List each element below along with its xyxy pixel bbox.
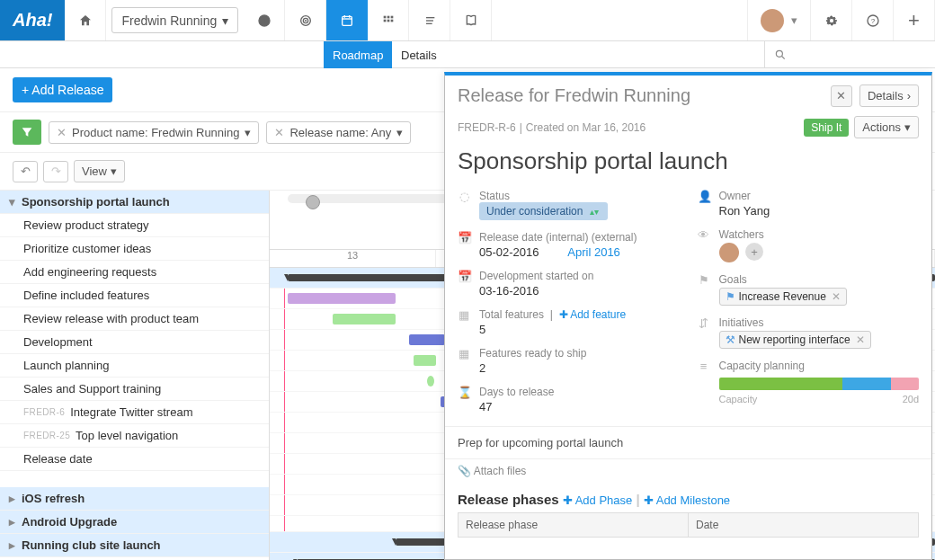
owner-value[interactable]: Ron Yang	[719, 202, 770, 218]
total-features-label: Total features	[479, 308, 544, 321]
remove-tag-icon[interactable]: ✕	[856, 333, 865, 346]
filter-product[interactable]: ✕ Product name: Fredwin Running ▾	[49, 121, 259, 144]
day-label: 13	[270, 250, 436, 267]
add-phase-link[interactable]: ✚ Add Phase	[563, 493, 633, 507]
remove-filter-icon[interactable]: ✕	[274, 126, 284, 139]
watcher-avatar[interactable]	[719, 243, 739, 262]
undo-button[interactable]: ↶	[13, 161, 38, 182]
paperclip-icon: 📎	[458, 465, 471, 477]
flag-icon: ⚑	[726, 290, 735, 303]
goal-tag[interactable]: ⚑ Increase Revenue ✕	[719, 288, 847, 306]
release-id: FREDR-R-6	[458, 121, 516, 134]
release-header[interactable]: ▸Android Upgrade	[0, 511, 269, 534]
tab-details[interactable]: Details	[392, 41, 446, 68]
global-search[interactable]	[764, 41, 935, 67]
chevron-icon: ▸	[9, 492, 22, 505]
gantt-bar[interactable]	[333, 314, 396, 324]
remove-tag-icon[interactable]: ✕	[832, 290, 841, 303]
item-label: Integrate Twitter stream	[70, 405, 192, 419]
grid-icon[interactable]	[368, 0, 409, 40]
add-feature-link[interactable]: ✚ Add feature	[559, 308, 627, 321]
capacity-bar	[719, 378, 920, 390]
gantt-milestone[interactable]	[427, 376, 434, 387]
home-icon[interactable]	[65, 0, 106, 40]
zoom-slider-thumb[interactable]	[306, 195, 320, 209]
capacity-label: Capacity planning	[719, 360, 920, 372]
remove-filter-icon[interactable]: ✕	[57, 126, 67, 139]
product-selector[interactable]: Fredwin Running ▾	[111, 7, 238, 33]
ship-it-button[interactable]: Ship It	[804, 119, 849, 137]
gantt-bar[interactable]	[414, 355, 436, 366]
tab-roadmap[interactable]: Roadmap	[324, 41, 392, 68]
add-watcher-button[interactable]: +	[745, 243, 763, 261]
view-dropdown[interactable]: View ▾	[74, 160, 125, 182]
release-item[interactable]: Launch planning	[0, 354, 269, 378]
phase-col-header: Release phase	[459, 513, 689, 537]
release-date-internal[interactable]: 05-02-2016	[479, 245, 539, 259]
attach-files-link[interactable]: 📎 Attach files	[445, 458, 931, 483]
release-item[interactable]: Sales and Support training	[0, 378, 269, 401]
panel-details-button[interactable]: Details ›	[859, 84, 919, 107]
plus-icon[interactable]: +	[894, 0, 935, 40]
total-features-value[interactable]: 5	[479, 321, 626, 336]
status-dropdown[interactable]: Under consideration ▴▾	[479, 202, 608, 220]
gantt-bar[interactable]	[288, 293, 396, 304]
features-ready-value: 2	[479, 360, 586, 375]
release-date-external[interactable]: April 2016	[567, 245, 620, 259]
close-panel-button[interactable]: ✕	[831, 85, 852, 107]
release-title[interactable]: Sponsorship portal launch	[445, 142, 931, 184]
release-header[interactable]: ▸Running club site launch	[0, 534, 269, 557]
chevron-right-icon: ›	[907, 89, 911, 102]
release-tree: ▾Sponsorship portal launchReview product…	[0, 191, 270, 560]
release-item[interactable]: Development	[0, 331, 269, 354]
item-label: Development	[23, 335, 93, 349]
list-icon[interactable]	[409, 0, 450, 40]
svg-rect-12	[383, 19, 386, 22]
filter-icon[interactable]	[13, 120, 41, 145]
info-icon[interactable]: i	[244, 0, 285, 40]
svg-rect-5	[343, 16, 352, 25]
date-col-header: Date	[689, 513, 918, 537]
item-label: Release date	[23, 452, 93, 466]
sitemap-icon: ⚒	[726, 333, 735, 346]
flag-icon: ⚑	[698, 273, 710, 306]
grid-icon: ▦	[458, 308, 470, 336]
book-icon[interactable]	[450, 0, 492, 40]
svg-text:i: i	[263, 16, 265, 24]
item-label: Launch planning	[23, 359, 109, 372]
release-item[interactable]: FREDR-6Integrate Twitter stream	[0, 401, 269, 424]
search-input[interactable]	[792, 48, 926, 61]
search-icon	[774, 48, 787, 62]
actions-dropdown[interactable]: Actions ▾	[854, 116, 919, 138]
svg-rect-13	[387, 19, 389, 22]
release-item[interactable]: Review product strategy	[0, 214, 269, 237]
release-item[interactable]: Review release with product team	[0, 307, 269, 331]
release-header[interactable]: ▾Sponsorship portal launch	[0, 191, 269, 214]
initiative-tag[interactable]: ⚒ New reporting interface ✕	[719, 331, 871, 349]
release-item[interactable]: Define included features	[0, 284, 269, 307]
caret-down-icon: ▾	[222, 13, 228, 28]
chevron-icon: ▾	[9, 195, 22, 209]
add-milestone-link[interactable]: ✚ Add Milestone	[644, 493, 730, 507]
dev-started-value[interactable]: 03-16-2016	[479, 282, 593, 298]
release-item[interactable]: Add engineering requests	[0, 261, 269, 284]
redo-button[interactable]: ↷	[43, 161, 68, 182]
filter-release[interactable]: ✕ Release name: Any ▾	[266, 121, 411, 144]
release-date-label: Release date (internal) (external)	[479, 231, 637, 244]
gantt-bar[interactable]	[409, 334, 445, 345]
capacity-right: 20d	[903, 394, 919, 404]
filter-release-label: Release name: Any	[289, 126, 391, 139]
release-header[interactable]: ▸iOS refresh	[0, 487, 269, 511]
user-menu[interactable]: ▾	[747, 0, 811, 40]
calendar-icon[interactable]	[326, 0, 368, 40]
item-prefix: FREDR-25	[23, 431, 70, 440]
release-item[interactable]: FREDR-25Top level navigation	[0, 424, 269, 448]
release-item[interactable]: Prioritize customer ideas	[0, 237, 269, 261]
target-icon[interactable]	[285, 0, 326, 40]
release-item[interactable]: Release date	[0, 448, 269, 471]
gear-icon[interactable]	[811, 0, 852, 40]
release-name: Android Upgrade	[22, 515, 117, 529]
help-icon[interactable]: ?	[852, 0, 894, 40]
release-description[interactable]: Prep for upcoming portal launch	[445, 426, 931, 458]
add-release-button[interactable]: + Add Release	[13, 77, 112, 102]
